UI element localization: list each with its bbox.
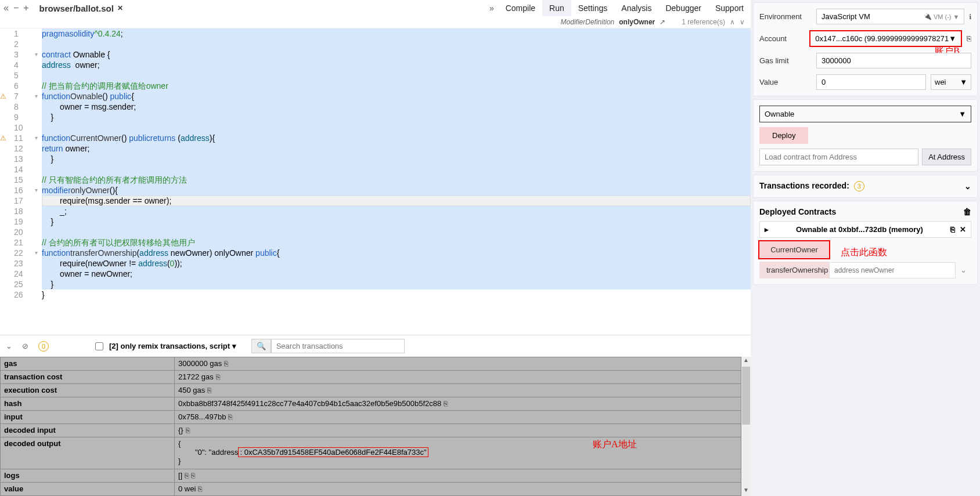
trash-icon[interactable]: 🗑 [963,207,971,216]
code-line[interactable] [42,227,751,237]
tx-recorded-header[interactable]: Transactions recorded: 3 ⌄ [759,181,971,191]
copy-icon[interactable]: ⎘ [444,400,448,408]
tab-run[interactable]: Run [542,0,571,16]
filter-checkbox[interactable] [95,342,103,350]
code-line[interactable]: function transferOwnership(address newOw… [42,248,751,258]
chevron-down-icon[interactable]: ⌄ [956,266,971,274]
close-icon[interactable]: ✕ [117,4,123,12]
code-line[interactable]: return owner; [42,143,751,154]
scroll-up-icon[interactable]: ▲ [741,357,751,366]
code-line[interactable]: // 把当前合约的调用者赋值给owner [42,81,751,91]
copy-icon[interactable]: ⎘ [186,426,190,435]
code-line[interactable] [42,70,751,81]
transferownership-input[interactable] [829,262,956,278]
search-input[interactable] [271,339,405,353]
value-input[interactable] [816,74,926,90]
annotation-click-fn: 点击此函数 [841,247,887,259]
pending-badge: 0 [38,341,49,352]
deploy-button[interactable]: Deploy [759,127,808,144]
close-icon[interactable]: ✕ [960,225,966,234]
caret-right-icon[interactable]: ▸ [765,225,769,234]
table-row: input0x758...497bb⎘ [1,411,741,424]
code-line[interactable] [42,122,751,133]
tab-settings[interactable]: Settings [571,0,615,16]
copy-icon[interactable]: ⎘ [224,360,228,368]
code-line[interactable]: require(newOwner != address(0)); [42,258,751,269]
plug-icon: 🔌 [924,13,932,20]
file-tab[interactable]: browser/ballot.sol ✕ [33,1,130,16]
table-row: hash0xbba8b8f3748f425f4911c28cc77e4a407c… [1,397,741,411]
chevron-down-icon[interactable]: ∨ [740,18,745,26]
copy-icon[interactable]: ⎘ [228,413,232,421]
copy-icon[interactable]: ⎘ [185,472,189,480]
currentowner-button[interactable]: CurrentOwner [759,241,829,258]
contract-select[interactable]: Ownable▼ [759,106,971,122]
expand-down-icon[interactable]: ⌄ [6,342,16,350]
code-line[interactable]: owner = newOwner; [42,269,751,279]
references-count[interactable]: 1 reference(s) [682,18,725,26]
code-line[interactable]: // 只有智能合约的所有者才能调用的方法 [42,175,751,185]
code-line[interactable]: function Ownable() public{ [42,91,751,102]
panel-plus-icon[interactable]: + [23,3,28,13]
symbol-kind: ModifierDefinition [561,18,615,26]
run-panel: Environment JavaScript VM 🔌VM (-) ▼ i Ac… [751,0,980,496]
code-line[interactable]: require(msg.sender == owner); [42,195,751,206]
load-address-input[interactable] [759,149,918,165]
code-line[interactable]: } [42,289,751,300]
code-editor[interactable]: ⚠⚠12345678910111213141516171819202122232… [0,28,751,335]
account-label: Account [759,34,805,43]
copy-icon[interactable]: ⎘ [207,386,211,394]
at-address-button[interactable]: At Address [922,149,971,165]
environment-label: Environment [759,12,812,21]
table-row: execution cost450 gas⎘ [1,384,741,397]
scroll-down-icon[interactable]: ▼ [741,487,751,496]
copy-icon[interactable]: ⎘ [950,225,955,234]
environment-select[interactable]: JavaScript VM 🔌VM (-) ▼ [816,9,964,24]
code-line[interactable]: // 合约的所有者可以把权限转移给其他用户 [42,237,751,248]
share-icon[interactable]: ↗ [660,18,665,26]
panel-minus-icon[interactable]: − [13,3,19,13]
info-icon[interactable]: i [969,12,971,21]
code-line[interactable]: owner = msg.sender; [42,102,751,112]
account-select[interactable]: 0x147...c160c (99.99999999999978271 ▼ [809,30,962,47]
code-line[interactable]: contract Ownable { [42,49,751,60]
tab-support[interactable]: Support [708,0,751,16]
code-line[interactable]: } [42,216,751,227]
copy-icon[interactable]: ⎘ [967,34,971,43]
tx-details-table: gas3000000 gas⎘transaction cost21722 gas… [0,357,741,496]
search-icon[interactable]: 🔍 [251,339,271,353]
value-unit-select[interactable]: wei▼ [931,74,971,90]
panel-collapse-icon[interactable]: « [3,3,9,13]
filter-label[interactable]: [2] only remix transactions, script ▾ [109,342,236,350]
tab-analysis[interactable]: Analysis [614,0,658,16]
code-line[interactable] [42,164,751,175]
code-line[interactable]: address owner; [42,60,751,70]
tab-compile[interactable]: Compile [499,0,542,16]
table-row: gas3000000 gas⎘ [1,357,741,371]
chevron-down-icon[interactable]: ⌄ [964,182,971,191]
copy-icon[interactable]: ⎘ [191,472,195,480]
code-line[interactable]: _; [42,206,751,216]
code-line[interactable] [42,39,751,49]
table-row: logs[]⎘⎘ [1,469,741,482]
clear-icon[interactable]: ⊘ [22,342,33,350]
code-line[interactable]: modifier onlyOwner(){ [42,185,751,195]
copy-icon[interactable]: ⎘ [216,373,220,381]
value-label: Value [759,78,812,86]
tab-debugger[interactable]: Debugger [658,0,708,16]
chevron-right-icon[interactable]: » [485,3,499,13]
scroll-thumb[interactable] [742,367,750,425]
file-tab-label: browser/ballot.sol [39,3,114,13]
terminal-scrollbar[interactable]: ▲ ▼ [741,357,751,496]
code-line[interactable]: } [42,279,751,289]
code-line[interactable]: } [42,154,751,164]
contract-instance-header[interactable]: ▸ Ownable at 0xbbf...732db (memory) ⎘ ✕ [759,221,971,238]
code-line[interactable]: pragma solidity ^0.4.24; [42,28,751,39]
code-line[interactable]: } [42,112,751,122]
chevron-up-icon[interactable]: ∧ [730,18,735,26]
copy-icon[interactable]: ⎘ [198,485,202,493]
transferownership-button[interactable]: transferOwnership [759,262,829,278]
top-bar: « − + browser/ballot.sol ✕ » Compile Run… [0,0,751,16]
code-line[interactable]: function CurrentOwner() public returns (… [42,133,751,143]
gaslimit-input[interactable] [816,53,971,68]
